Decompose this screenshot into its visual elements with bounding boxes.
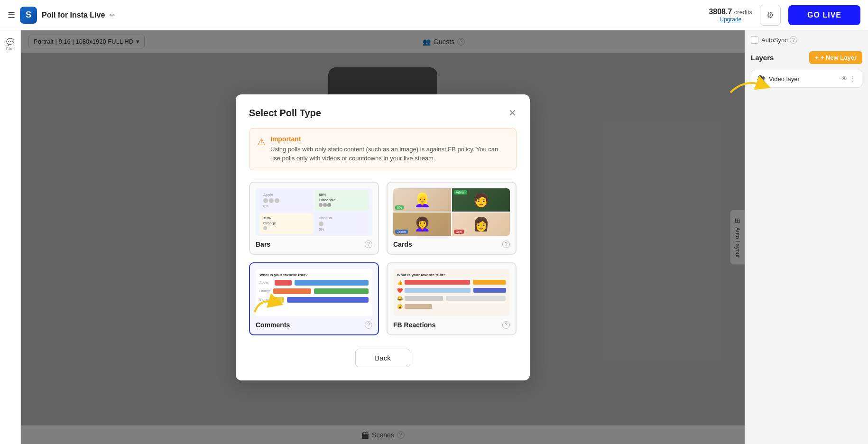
plus-icon: +	[815, 54, 819, 61]
modal-overlay: Select Poll Type ✕ ⚠ Important Using pol…	[21, 30, 745, 444]
new-layer-button[interactable]: + + New Layer	[809, 51, 862, 64]
menu-icon[interactable]: ☰	[8, 10, 15, 20]
credits-section: 3808.7 credits Upgrade	[709, 8, 752, 23]
right-panel: AutoSync ? Layers + + New Layer 🎥 Video …	[745, 30, 868, 444]
fb-emoji-4: 😮	[397, 304, 403, 309]
bars-preview: Apple 0% 80	[256, 188, 372, 236]
poll-card-fb-reactions[interactable]: What is your favorite fruit? 👍 ❤️	[387, 262, 517, 335]
autosync-row: AutoSync ?	[751, 36, 862, 44]
warning-title: Important	[270, 135, 508, 143]
settings-button[interactable]: ⚙	[760, 5, 781, 26]
bar-item-orange: 18% Orange	[259, 213, 313, 234]
bars-grid: Apple 0% 80	[259, 190, 369, 234]
autosync-label: AutoSync ?	[761, 36, 797, 44]
comments-bar-3	[273, 297, 284, 303]
fb-bar-1	[405, 280, 470, 285]
comments-bar-1	[275, 280, 292, 286]
autosync-checkbox[interactable]	[751, 36, 758, 44]
project-title: Poll for Insta Live	[42, 11, 105, 19]
layers-title: Layers	[751, 54, 774, 62]
comments-bar-row-2: Orange	[259, 288, 369, 294]
main-layout: 💬 Chat Portrait | 9:16 | 1080x1920 FULL …	[0, 30, 868, 444]
edit-icon[interactable]: ✏	[110, 11, 115, 19]
credits-amount: 3808.7	[709, 8, 732, 16]
comments-bar-row-1: Apple	[259, 280, 369, 286]
comments-footer: Comments ?	[256, 321, 372, 329]
layer-visibility-icon[interactable]: 👁	[841, 75, 848, 83]
comments-bar-3b	[287, 297, 369, 303]
card-overlay-2: Adrian	[454, 190, 467, 194]
sidebar-chat-label: Chat	[6, 46, 15, 51]
layers-header: Layers + + New Layer	[751, 51, 862, 64]
fb-bar-3b	[446, 296, 506, 301]
bars-label: Bars	[256, 240, 270, 248]
bar-item-pineapple: 80% Pineapple	[315, 190, 369, 211]
poll-card-cards[interactable]: 👱‍♀️ 6% 🧑 Adrian 👩‍🦱 Jason	[387, 182, 517, 255]
fb-row-3: 😂	[397, 296, 506, 301]
fb-reactions-help-icon: ?	[502, 321, 510, 329]
fb-reactions-preview: What is your favorite fruit? 👍 ❤️	[393, 269, 510, 316]
left-sidebar: 💬 Chat	[0, 30, 21, 444]
autosync-label-text: AutoSync	[761, 37, 788, 44]
fb-emoji-1: 👍	[397, 280, 403, 285]
comments-bar-1b	[295, 280, 369, 286]
fb-row-4: 😮	[397, 304, 506, 309]
comments-bar-2	[273, 288, 311, 294]
logo: S	[20, 7, 37, 24]
bars-help-icon: ?	[365, 240, 372, 248]
poll-grid: Apple 0% 80	[249, 182, 517, 335]
fb-preview-container: What is your favorite fruit? 👍 ❤️	[393, 269, 510, 316]
comments-label: Comments	[256, 321, 290, 329]
topbar-left: ☰ S Poll for Insta Live ✏	[8, 7, 709, 24]
card-overlay-3: Jason	[395, 230, 408, 234]
comments-help-icon: ?	[365, 321, 372, 329]
bars-preview-container: Apple 0% 80	[256, 188, 372, 236]
fb-question: What is your favorite fruit?	[397, 273, 506, 277]
video-layer-icon: 🎥	[757, 75, 765, 83]
back-button[interactable]: Back	[355, 349, 410, 367]
go-live-button[interactable]: GO LIVE	[788, 5, 860, 25]
layer-item-video[interactable]: 🎥 Video layer 👁 ⋮	[751, 70, 862, 88]
cards-preview-container: 👱‍♀️ 6% 🧑 Adrian 👩‍🦱 Jason	[393, 188, 510, 236]
comments-bar-label-3: Banana	[259, 298, 271, 301]
fb-bar-2b	[473, 288, 506, 293]
poll-card-comments[interactable]: What is your favorite fruit? Apple Orang…	[249, 262, 379, 335]
card-person3: 👩‍🦱 Jason	[393, 213, 451, 236]
modal-title: Select Poll Type	[249, 108, 321, 119]
modal-header: Select Poll Type ✕	[249, 108, 517, 119]
card-overlay-1: 6%	[395, 205, 404, 210]
modal: Select Poll Type ✕ ⚠ Important Using pol…	[236, 94, 530, 380]
card-person4: 👩 Urei	[452, 213, 510, 236]
fb-bar-3	[405, 296, 443, 301]
fb-bar-1b	[473, 280, 506, 285]
upgrade-link[interactable]: Upgrade	[709, 16, 752, 23]
comments-preview-container: What is your favorite fruit? Apple Orang…	[256, 269, 372, 316]
poll-card-bars[interactable]: Apple 0% 80	[249, 182, 379, 255]
warning-text: Using polls with only static content (su…	[270, 145, 508, 163]
fb-row-2: ❤️	[397, 288, 506, 293]
comments-bar-label-2: Orange	[259, 289, 271, 293]
modal-close-button[interactable]: ✕	[508, 108, 517, 118]
autosync-help-icon: ?	[790, 36, 797, 44]
cards-help-icon: ?	[502, 240, 510, 248]
fb-reactions-footer: FB Reactions ?	[393, 321, 510, 329]
warning-icon: ⚠	[257, 136, 266, 148]
sidebar-chat-icon[interactable]: 💬 Chat	[2, 36, 19, 53]
bar-item-apple: Apple 0%	[259, 190, 313, 211]
cards-preview: 👱‍♀️ 6% 🧑 Adrian 👩‍🦱 Jason	[393, 188, 510, 236]
layer-actions: 👁 ⋮	[841, 75, 856, 83]
card-overlay-4: Urei	[454, 230, 464, 234]
modal-warning: ⚠ Important Using polls with only static…	[249, 128, 517, 170]
fb-row-1: 👍	[397, 280, 506, 285]
bar-item-banana: Banana 0%	[315, 213, 369, 234]
bars-footer: Bars ?	[256, 240, 372, 248]
topbar: ☰ S Poll for Insta Live ✏ 3808.7 credits…	[0, 0, 868, 30]
comments-bar-label-1: Apple	[259, 281, 273, 284]
comments-preview: What is your favorite fruit? Apple Orang…	[256, 269, 372, 316]
fb-bar-2	[405, 288, 471, 293]
canvas-area: Portrait | 9:16 | 1080x1920 FULL HD ▾ 👥 …	[21, 30, 745, 444]
layer-menu-icon[interactable]: ⋮	[850, 75, 856, 83]
fb-emoji-2: ❤️	[397, 288, 403, 293]
comments-bar-2b	[314, 288, 369, 294]
layer-name-video: Video layer	[769, 75, 837, 83]
